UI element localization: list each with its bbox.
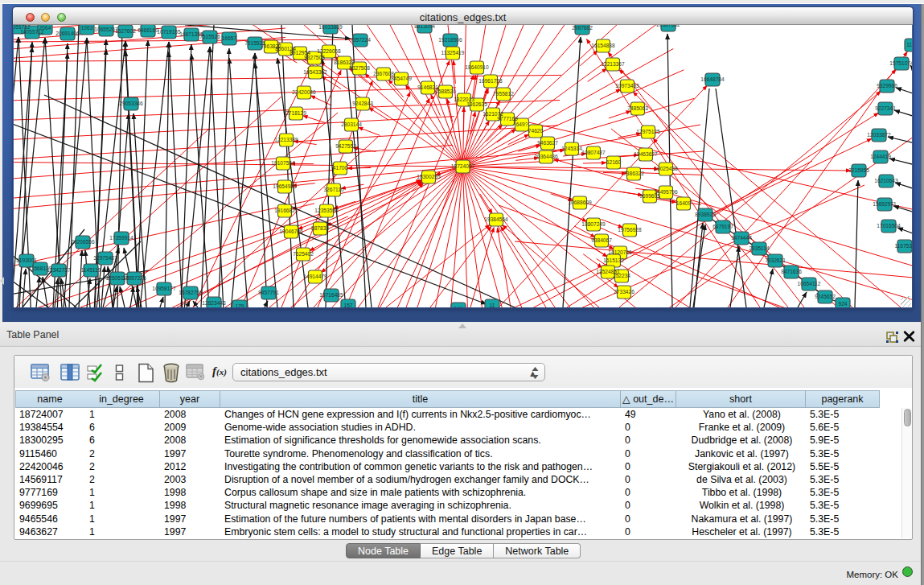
- svg-text:7485063: 7485063: [627, 105, 648, 111]
- svg-text:2935114: 2935114: [749, 245, 770, 251]
- svg-text:9384067: 9384067: [591, 237, 612, 243]
- svg-text:9227341: 9227341: [875, 105, 896, 111]
- svg-text:16409: 16409: [676, 200, 692, 206]
- svg-text:1362635: 1362635: [466, 101, 487, 107]
- svg-text:7832621: 7832621: [765, 257, 786, 263]
- svg-text:7515526: 7515526: [199, 34, 220, 39]
- svg-text:10688609: 10688609: [568, 200, 592, 205]
- svg-text:1245314: 1245314: [561, 146, 582, 151]
- svg-text:22420046: 22420046: [292, 89, 316, 95]
- svg-text:16210643: 16210643: [874, 178, 898, 183]
- svg-text:20691406: 20691406: [55, 31, 80, 36]
- svg-text:12975125: 12975125: [636, 129, 660, 134]
- svg-text:10973493: 10973493: [615, 83, 639, 89]
- svg-text:12353594: 12353594: [314, 208, 339, 213]
- svg-text:14914479: 14914479: [303, 274, 327, 279]
- svg-text:129: 129: [235, 303, 244, 307]
- svg-text:16543362: 16543362: [303, 69, 327, 75]
- svg-text:19463627: 19463627: [634, 151, 658, 157]
- svg-text:9329966: 9329966: [877, 83, 897, 89]
- svg-text:12033872: 12033872: [867, 132, 891, 138]
- svg-text:9457791: 9457791: [258, 290, 279, 295]
- svg-text:1244419: 1244419: [870, 154, 891, 159]
- svg-text:7955812: 7955812: [493, 91, 514, 97]
- svg-text:1527602: 1527602: [115, 28, 136, 34]
- svg-text:11325419: 11325419: [441, 50, 465, 56]
- svg-text:1167534: 1167534: [894, 243, 912, 249]
- svg-text:18807249: 18807249: [581, 221, 606, 227]
- svg-text:74620: 74620: [528, 128, 544, 134]
- svg-text:18107554: 18107554: [271, 160, 295, 166]
- svg-text:10654112: 10654112: [798, 281, 821, 286]
- svg-text:20206556: 20206556: [71, 239, 95, 245]
- svg-text:9463627: 9463627: [537, 140, 558, 146]
- svg-text:924: 924: [838, 301, 847, 307]
- svg-text:17957225: 17957225: [122, 275, 146, 281]
- svg-text:8938923: 8938923: [695, 212, 716, 217]
- svg-text:11: 11: [490, 303, 495, 307]
- svg-text:9242843: 9242843: [352, 101, 373, 106]
- svg-text:2718129: 2718129: [285, 110, 306, 116]
- svg-text:19384554: 19384554: [484, 216, 508, 222]
- svg-text:9327508: 9327508: [349, 65, 370, 71]
- svg-text:2733426: 2733426: [614, 289, 634, 295]
- svg-text:7386322: 7386322: [623, 171, 644, 176]
- svg-text:32975487: 32975487: [93, 255, 117, 261]
- svg-text:17359914: 17359914: [109, 235, 133, 241]
- svg-text:146: 146: [454, 306, 462, 307]
- svg-text:17016504: 17016504: [877, 223, 901, 229]
- svg-text:10958177: 10958177: [152, 286, 176, 291]
- svg-text:649?: 649?: [516, 122, 528, 127]
- svg-text:252234: 252234: [613, 273, 630, 278]
- svg-text:16648784: 16648784: [700, 76, 725, 82]
- svg-text:16782759: 16782759: [179, 290, 203, 295]
- svg-text:1615132: 1615132: [603, 257, 624, 263]
- svg-text:7357224: 7357224: [350, 37, 371, 43]
- svg-text:10719155: 10719155: [157, 29, 181, 35]
- svg-text:16033809: 16033809: [318, 25, 343, 30]
- svg-text:41700: 41700: [333, 165, 348, 171]
- svg-text:16154838: 16154838: [591, 43, 615, 48]
- svg-text:9474444: 9474444: [731, 235, 752, 241]
- svg-text:6466160: 6466160: [138, 27, 158, 33]
- svg-text:62160: 62160: [606, 159, 622, 165]
- svg-text:8471636: 8471636: [781, 269, 802, 274]
- svg-text:19654985: 19654985: [273, 183, 297, 189]
- svg-text:12213367: 12213367: [601, 61, 625, 67]
- svg-text:1117: 1117: [906, 42, 912, 47]
- svg-text:3267110: 3267110: [323, 187, 344, 192]
- svg-text:9777169: 9777169: [497, 116, 518, 122]
- svg-text:10046706: 10046706: [279, 229, 303, 234]
- svg-text:19756928: 19756928: [618, 227, 642, 233]
- svg-text:10025438: 10025438: [654, 166, 678, 171]
- svg-text:15692971: 15692971: [873, 201, 897, 207]
- svg-text:18724007: 18724007: [451, 163, 475, 169]
- svg-text:1588520: 1588520: [435, 89, 456, 94]
- svg-text:887833: 887833: [311, 225, 329, 231]
- svg-text:8186328: 8186328: [334, 60, 355, 65]
- svg-text:29053346: 29053346: [119, 101, 143, 106]
- svg-text:9699695: 9699695: [639, 193, 660, 199]
- svg-text:15751074: 15751074: [889, 60, 912, 66]
- svg-text:19218506: 19218506: [438, 37, 462, 43]
- svg-text:2987662: 2987662: [572, 25, 593, 31]
- svg-text:16961758: 16961758: [478, 78, 503, 84]
- svg-text:1145119: 1145119: [81, 267, 101, 273]
- svg-text:9327505: 9327505: [304, 55, 325, 60]
- svg-text:18300295: 18300295: [417, 174, 441, 179]
- svg-text:16657: 16657: [222, 35, 237, 41]
- svg-text:14120746: 14120746: [608, 249, 632, 255]
- svg-text:12213389: 12213389: [274, 137, 298, 142]
- svg-text:20387682: 20387682: [656, 25, 680, 27]
- svg-text:9245652: 9245652: [815, 294, 836, 299]
- svg-text:7625402: 7625402: [293, 251, 314, 257]
- svg-text:2803144: 2803144: [341, 122, 362, 127]
- svg-text:12342737: 12342737: [47, 267, 71, 273]
- svg-text:9427552: 9427552: [335, 143, 356, 149]
- svg-text:20364436: 20364436: [534, 154, 558, 159]
- svg-text:157: 157: [343, 303, 352, 307]
- svg-text:13226058: 13226058: [317, 48, 341, 54]
- svg-text:12823443: 12823443: [202, 300, 226, 306]
- svg-text:5193001: 5193001: [16, 257, 37, 263]
- svg-text:10807487: 10807487: [581, 150, 606, 155]
